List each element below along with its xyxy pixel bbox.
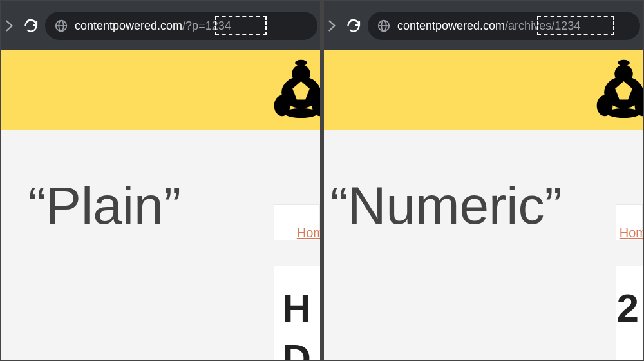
site-header	[324, 50, 643, 130]
url-domain: contentpowered.com/?p=1234	[75, 19, 231, 33]
panel-plain: contentpowered.com/?p=1234 “Plain” H	[1, 1, 320, 360]
browser-toolbar: contentpowered.com/archives/1234	[324, 1, 643, 50]
globe-icon	[54, 19, 68, 33]
forward-icon[interactable]	[325, 19, 339, 33]
permalink-type-label: “Numeric”	[330, 175, 562, 236]
reload-icon[interactable]	[346, 18, 361, 34]
svg-point-17	[607, 108, 641, 118]
headline-fragment: 2	[617, 285, 639, 331]
browser-toolbar: contentpowered.com/?p=1234	[1, 1, 320, 50]
globe-icon	[377, 19, 391, 33]
comparison-container: contentpowered.com/?p=1234 “Plain” H	[0, 0, 644, 361]
home-link[interactable]: Hom	[620, 226, 643, 240]
reload-icon[interactable]	[23, 18, 39, 34]
content-area: “Plain” Hom H D	[1, 130, 320, 360]
address-bar[interactable]: contentpowered.com/archives/1234	[368, 12, 640, 40]
permalink-type-label: “Plain”	[28, 175, 181, 236]
home-link[interactable]: Hom	[297, 226, 320, 240]
sumo-logo-icon	[593, 57, 643, 118]
site-header	[1, 50, 320, 130]
address-bar[interactable]: contentpowered.com/?p=1234	[45, 12, 317, 40]
headline-fragment-2: D	[282, 335, 311, 360]
headline-fragment: H	[282, 285, 311, 331]
panel-numeric: contentpowered.com/archives/1234 “Numeri…	[324, 1, 643, 360]
sumo-logo-icon	[270, 57, 320, 118]
svg-point-8	[284, 108, 318, 118]
url-domain: contentpowered.com/archives/1234	[397, 19, 580, 33]
forward-icon[interactable]	[3, 19, 17, 33]
content-area: “Numeric” Hom 2	[324, 130, 643, 360]
